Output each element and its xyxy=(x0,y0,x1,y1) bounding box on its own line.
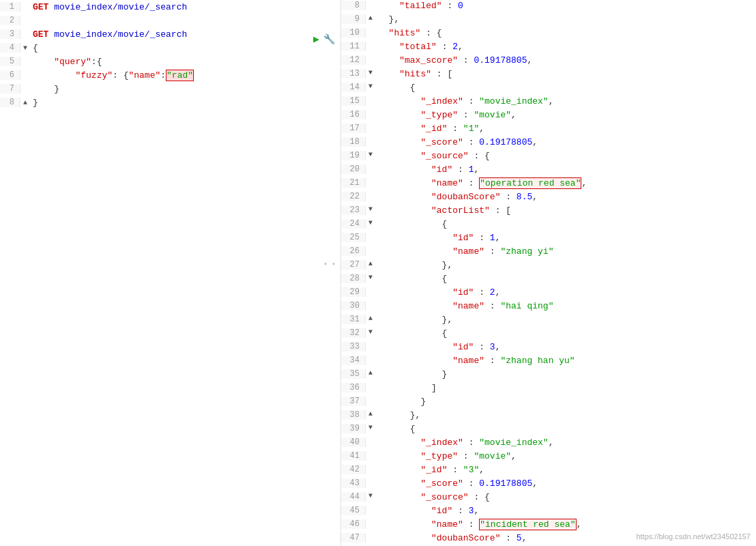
wrench-icon[interactable]: 🔧 xyxy=(323,33,335,45)
r-line-12-code: "max_score" : 0.19178805, xyxy=(375,55,532,66)
r-line-23: 23 ▼ "actorList" : [ xyxy=(341,205,756,218)
r-line-33-code: "id" : 3, xyxy=(375,342,500,352)
r-line-40-code: "_index" : "movie_index", xyxy=(375,437,553,448)
r-line-num-47: 47 xyxy=(341,533,366,543)
r-line-num-45: 45 xyxy=(341,506,366,515)
line-7: 7 } xyxy=(0,82,340,96)
r-line-8: 8 "tailed" : 0 xyxy=(341,0,756,14)
r-line-num-24: 24 xyxy=(341,219,366,229)
r-line-num-11: 11 xyxy=(341,42,366,51)
line-6: 6 "fuzzy": {"name":"rad" xyxy=(0,68,340,82)
line-4-code: { xyxy=(30,43,38,53)
r-line-24: 24 ▼ { xyxy=(341,218,756,232)
r-line-33: 33 "id" : 3, xyxy=(341,341,756,355)
r-line-num-23: 23 xyxy=(341,205,366,215)
r-line-37: 37 } xyxy=(341,396,756,410)
panel-separator-dots: ··· xyxy=(321,262,341,266)
r-line-num-36: 36 xyxy=(341,383,366,392)
r-line-39: 39 ▼ { xyxy=(341,423,756,437)
r-line-8-code: "tailed" : 0 xyxy=(375,1,463,11)
r-line-num-17: 17 xyxy=(341,124,366,133)
r-line-num-20: 20 xyxy=(341,164,366,174)
r-line-29: 29 "id" : 2, xyxy=(341,287,756,300)
r-line-30: 30 "name" : "hai qing" xyxy=(341,300,756,314)
line-5-code: "query":{ xyxy=(30,57,102,67)
r-line-10-code: "hits" : { xyxy=(375,28,442,38)
r-line-42-code: "_id" : "3", xyxy=(375,465,484,475)
line-7-code: } xyxy=(30,84,59,94)
r-line-41-code: "_type" : "movie", xyxy=(375,451,517,461)
r-line-44: 44 ▼ "_source" : { xyxy=(341,491,756,505)
r-line-32-code: { xyxy=(375,328,447,339)
r-line-39-code: { xyxy=(375,424,416,434)
r-line-9: 9 ▲ }, xyxy=(341,14,756,27)
r-line-num-35: 35 xyxy=(341,369,366,379)
r-line-31-code: }, xyxy=(375,315,452,325)
r-line-num-21: 21 xyxy=(341,178,366,188)
r-line-34: 34 "name" : "zhang han yu" xyxy=(341,355,756,369)
r-line-11-code: "total" : 2, xyxy=(375,42,463,52)
r-line-num-32: 32 xyxy=(341,328,366,338)
r-line-11: 11 "total" : 2, xyxy=(341,41,756,55)
r-line-13-code: "hits" : [ xyxy=(375,69,452,79)
r-line-num-38: 38 xyxy=(341,410,366,420)
r-line-21-code: "name" : "operation red sea", xyxy=(375,178,587,188)
line-1: 1 GET movie_index/movie/_search xyxy=(0,0,340,14)
toolbar-icons[interactable]: ▶ 🔧 xyxy=(313,33,335,46)
r-line-31: 31 ▲ }, xyxy=(341,314,756,328)
r-line-10: 10 "hits" : { xyxy=(341,27,756,41)
r-line-num-8: 8 xyxy=(341,1,366,10)
r-line-27: 27 ▲ }, xyxy=(341,259,756,273)
r-line-num-10: 10 xyxy=(341,28,366,38)
line-8-code: } xyxy=(30,98,38,108)
r-line-num-30: 30 xyxy=(341,301,366,311)
r-line-num-42: 42 xyxy=(341,465,366,474)
r-line-43: 43 "_score" : 0.19178805, xyxy=(341,478,756,491)
r-line-num-39: 39 xyxy=(341,424,366,433)
r-line-num-34: 34 xyxy=(341,356,366,365)
r-line-32: 32 ▼ { xyxy=(341,328,756,341)
r-line-16: 16 "_type" : "movie", xyxy=(341,109,756,123)
r-line-34-code: "name" : "zhang han yu" xyxy=(375,356,575,366)
r-line-13: 13 ▼ "hits" : [ xyxy=(341,68,756,82)
r-line-17: 17 "_id" : "1", xyxy=(341,123,756,136)
r-line-16-code: "_type" : "movie", xyxy=(375,110,517,120)
r-line-20-code: "id" : 1, xyxy=(375,164,479,175)
r-line-num-19: 19 xyxy=(341,151,366,160)
watermark: https://blog.csdn.net/wt234502157 xyxy=(636,532,751,541)
r-line-28-code: { xyxy=(375,274,447,284)
r-line-36-code: ] xyxy=(375,383,437,393)
line-6-code: "fuzzy": {"name":"rad" xyxy=(30,70,194,81)
line-num-2: 2 xyxy=(0,16,20,25)
r-line-38: 38 ▲ }, xyxy=(341,410,756,423)
r-line-15-code: "_index" : "movie_index", xyxy=(375,96,553,106)
r-line-30-code: "name" : "hai qing" xyxy=(375,301,553,311)
r-line-num-22: 22 xyxy=(341,192,366,201)
r-line-num-25: 25 xyxy=(341,233,366,242)
r-line-19: 19 ▼ "_source" : { xyxy=(341,150,756,164)
line-num-1: 1 xyxy=(0,2,20,12)
r-line-45: 45 "id" : 3, xyxy=(341,505,756,519)
r-line-num-33: 33 xyxy=(341,342,366,351)
line-3: 3 GET movie_index/movie/_search xyxy=(0,27,340,41)
line-num-5: 5 xyxy=(0,57,20,66)
r-line-18-code: "_score" : 0.19178805, xyxy=(375,137,538,147)
line-num-4: 4 xyxy=(0,43,20,53)
r-line-num-14: 14 xyxy=(341,83,366,92)
r-line-9-code: }, xyxy=(375,14,399,25)
r-line-27-code: }, xyxy=(375,260,452,270)
r-line-num-43: 43 xyxy=(341,478,366,488)
r-line-29-code: "id" : 2, xyxy=(375,287,500,298)
r-line-45-code: "id" : 3, xyxy=(375,506,479,516)
r-line-num-26: 26 xyxy=(341,246,366,256)
line-5: 5 "query":{ xyxy=(0,55,340,68)
r-line-40: 40 "_index" : "movie_index", xyxy=(341,437,756,450)
run-icon[interactable]: ▶ xyxy=(313,33,319,46)
r-line-num-16: 16 xyxy=(341,110,366,119)
line-num-3: 3 xyxy=(0,29,20,39)
left-editor-panel[interactable]: 1 GET movie_index/movie/_search 2 3 GET … xyxy=(0,0,341,546)
incident-red-sea-highlight: "incident red sea" xyxy=(479,519,576,530)
r-line-num-41: 41 xyxy=(341,451,366,461)
r-line-28: 28 ▼ { xyxy=(341,273,756,287)
r-line-num-15: 15 xyxy=(341,96,366,106)
